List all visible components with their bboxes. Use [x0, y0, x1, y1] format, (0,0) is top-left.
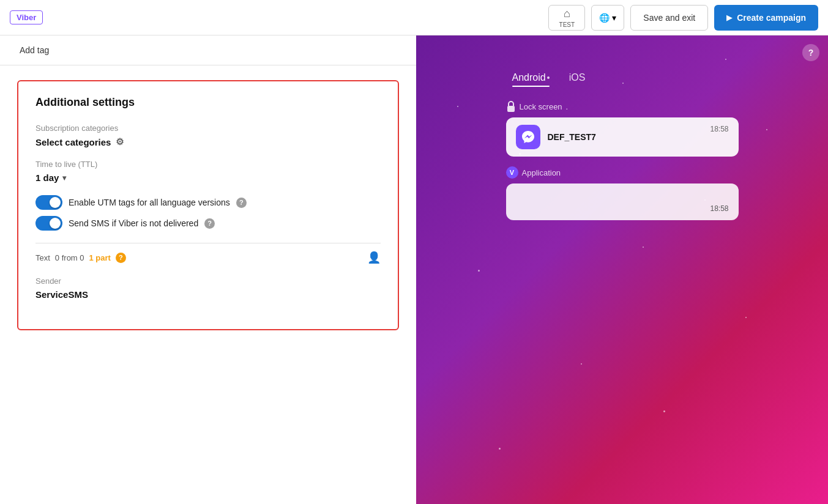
lock-screen-section: Lock screen . DEF_TEST7 18:58 [506, 100, 739, 157]
right-panel: ? Android iOS Lock screen [416, 35, 828, 504]
ttl-value: 1 day [35, 172, 59, 183]
lock-screen-text: Lock screen [520, 102, 562, 111]
save-exit-button[interactable]: Save and exit [630, 5, 708, 31]
create-campaign-label: Create campaign [737, 13, 806, 23]
add-tag-text: Add tag [20, 45, 49, 55]
ttl-label: Time to live (TTL) [35, 160, 381, 169]
sms-toggle-row: Send SMS if Viber is not delivered ? [35, 216, 381, 231]
play-icon: ▶ [726, 13, 732, 22]
additional-settings-card: Additional settings Subscription categor… [17, 80, 399, 330]
utm-toggle-row: Enable UTM tags for all language version… [35, 195, 381, 210]
ttl-group: Time to live (TTL) 1 day ▾ [35, 160, 381, 183]
add-tag-section: Add tag [0, 35, 416, 65]
tab-ios[interactable]: iOS [569, 72, 586, 86]
notification-content: DEF_TEST7 [548, 132, 703, 142]
sms-help-icon[interactable]: ? [204, 218, 215, 229]
sms-toggle-label: Send SMS if Viber is not delivered [69, 218, 198, 228]
lock-screen-dot: . [566, 102, 569, 111]
app-notification-time: 18:58 [710, 204, 728, 213]
text-count: 0 from 0 [55, 253, 84, 262]
os-tabs: Android iOS [506, 72, 739, 86]
viber-app-small-icon: V [506, 166, 518, 179]
application-label-row: V Application [506, 166, 739, 179]
gear-icon[interactable]: ⚙ [116, 136, 124, 147]
lock-screen-label: Lock screen . [506, 100, 739, 113]
settings-title: Additional settings [35, 96, 381, 109]
application-section: V Application 18:58 [506, 166, 739, 220]
text-label: Text [35, 253, 50, 262]
select-categories-value: Select categories ⚙ [35, 136, 381, 147]
application-label: Application [522, 168, 561, 177]
notification-title: DEF_TEST7 [548, 132, 703, 142]
ttl-select[interactable]: 1 day ▾ [35, 172, 381, 183]
header-left: Viber [10, 10, 43, 24]
viber-icon [521, 130, 535, 144]
utm-toggle[interactable] [35, 195, 62, 210]
header: Viber ⌂ TEST 🌐 ▾ Save and exit ▶ Create … [0, 0, 828, 35]
help-button[interactable]: ? [802, 44, 819, 61]
lock-screen-notification: DEF_TEST7 18:58 [506, 117, 739, 157]
home-icon: ⌂ [564, 7, 570, 20]
sender-value: ServiceSMS [35, 289, 381, 300]
toggles-group: Enable UTM tags for all language version… [35, 195, 381, 231]
sender-group: Sender ServiceSMS [35, 276, 381, 300]
text-part-help-icon[interactable]: ? [116, 253, 126, 263]
chevron-down-icon: ▾ [62, 174, 66, 182]
utm-toggle-label: Enable UTM tags for all language version… [69, 198, 230, 207]
svg-rect-0 [507, 106, 515, 112]
sms-toggle[interactable] [35, 216, 62, 231]
globe-button[interactable]: 🌐 ▾ [591, 5, 624, 31]
tab-android[interactable]: Android [512, 72, 550, 86]
text-row: Text 0 from 0 1 part ? 👤 [35, 243, 381, 264]
sender-label: Sender [35, 276, 381, 286]
subscription-categories-group: Subscription categories Select categorie… [35, 124, 381, 147]
text-part: 1 part [89, 253, 111, 262]
globe-icon: 🌐 [599, 13, 610, 23]
header-right: ⌂ TEST 🌐 ▾ Save and exit ▶ Create campai… [548, 5, 818, 31]
create-campaign-button[interactable]: ▶ Create campaign [714, 5, 818, 31]
select-categories-text: Select categories [35, 137, 111, 147]
viber-badge: Viber [10, 10, 43, 24]
test-button[interactable]: ⌂ TEST [548, 5, 585, 31]
sender-name: ServiceSMS [35, 289, 88, 300]
phone-preview: Android iOS Lock screen . [494, 72, 751, 220]
main-layout: Add tag Additional settings Subscription… [0, 35, 828, 504]
subscription-categories-label: Subscription categories [35, 124, 381, 133]
test-label: TEST [559, 21, 575, 28]
tab-ios-label: iOS [569, 72, 586, 83]
person-icon[interactable]: 👤 [367, 251, 381, 264]
application-notification: 18:58 [506, 183, 739, 220]
notification-time: 18:58 [710, 125, 728, 133]
left-panel: Add tag Additional settings Subscription… [0, 35, 416, 504]
lock-icon [506, 100, 516, 113]
android-dot [547, 76, 550, 79]
viber-app-icon [516, 125, 540, 149]
utm-help-icon[interactable]: ? [236, 198, 247, 208]
chevron-down-icon: ▾ [612, 13, 616, 23]
tab-android-label: Android [512, 72, 546, 83]
